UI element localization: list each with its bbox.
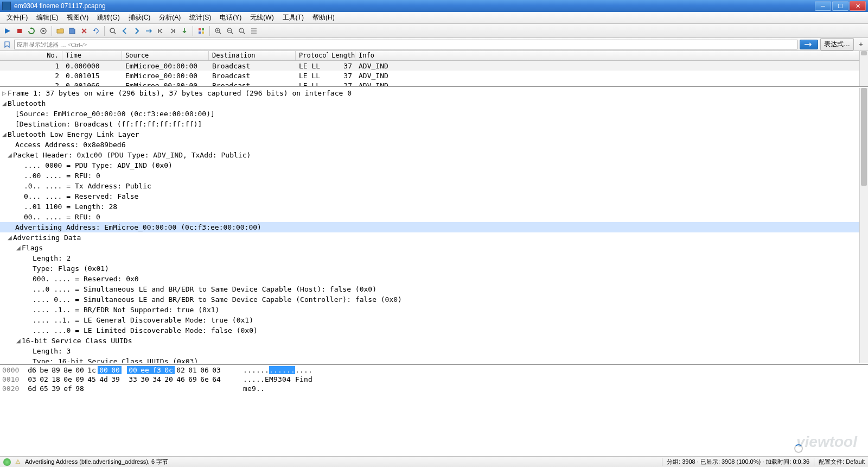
- menu-view[interactable]: 视图(V): [62, 12, 93, 23]
- packet-row[interactable]: 10.000000EmMicroe_00:00:00BroadcastLE LL…: [0, 61, 859, 71]
- collapse-icon[interactable]: ◢: [1, 131, 8, 137]
- go-to-packet-icon[interactable]: [143, 26, 154, 36]
- capture-options-icon[interactable]: [38, 26, 49, 36]
- packet-row[interactable]: 20.001015EmMicroe_00:00:00BroadcastLE LL…: [0, 71, 859, 80]
- tree-flags-length[interactable]: Length: 2: [0, 253, 859, 263]
- minimize-button[interactable]: ─: [815, 1, 831, 11]
- col-length[interactable]: Length: [328, 51, 355, 60]
- tree-uuids-length[interactable]: Length: 3: [0, 346, 859, 356]
- go-first-icon[interactable]: [155, 26, 166, 36]
- tree-access-address[interactable]: Access Address: 0x8e89bed6: [0, 140, 859, 150]
- packet-list-scrollbar[interactable]: [859, 51, 868, 86]
- tree-flags-controller[interactable]: .... 0... = Simultaneous LE and BR/EDR t…: [0, 294, 859, 305]
- save-file-icon[interactable]: [67, 26, 78, 36]
- col-protocol[interactable]: Protocol: [296, 51, 328, 60]
- zoom-in-icon[interactable]: [213, 26, 224, 36]
- col-time[interactable]: Time: [62, 51, 122, 60]
- tree-bt-source[interactable]: [Source: EmMicroe_00:00:00 (0c:f3:ee:00:…: [0, 109, 859, 119]
- menu-capture[interactable]: 捕获(C): [124, 12, 155, 23]
- menu-edit[interactable]: 编辑(E): [32, 12, 62, 23]
- menu-statistics[interactable]: 统计(S): [185, 12, 215, 23]
- close-file-icon[interactable]: [79, 26, 90, 36]
- col-destination[interactable]: Destination: [209, 51, 296, 60]
- col-info[interactable]: Info: [355, 51, 859, 60]
- collapse-icon[interactable]: ◢: [15, 245, 22, 251]
- tree-bluetooth[interactable]: ◢Bluetooth: [0, 98, 859, 109]
- tree-flags[interactable]: ◢Flags: [0, 243, 859, 253]
- hex-row[interactable]: 00206d6539ef98me9..: [2, 384, 866, 394]
- zoom-reset-icon[interactable]: 1: [237, 26, 247, 36]
- toolbar-separator: [193, 26, 193, 36]
- status-profile[interactable]: 配置文件: Default: [819, 458, 865, 466]
- details-scrollbar[interactable]: [859, 88, 868, 363]
- collapse-icon[interactable]: ◢: [7, 235, 13, 241]
- resize-columns-icon[interactable]: [248, 26, 259, 36]
- collapse-icon[interactable]: ◢: [7, 152, 13, 158]
- colorize-icon[interactable]: [196, 26, 207, 36]
- apply-filter-button[interactable]: [800, 40, 818, 49]
- collapse-icon[interactable]: ◢: [15, 338, 22, 344]
- tree-flags-limited[interactable]: .... ...0 = LE Limited Discoverable Mode…: [0, 325, 859, 336]
- reload-icon[interactable]: [91, 26, 101, 36]
- tree-flags-general[interactable]: .... ..1. = LE General Discoverable Mode…: [0, 315, 859, 325]
- hex-row[interactable]: 00100302180e09454d393330342046696e64....…: [2, 375, 866, 384]
- expand-icon[interactable]: ▷: [1, 90, 8, 96]
- col-source[interactable]: Source: [122, 51, 209, 60]
- tree-length[interactable]: ..01 1100 = Length: 28: [0, 201, 859, 212]
- expression-button[interactable]: 表达式…: [820, 38, 854, 51]
- tree-bt-destination[interactable]: [Destination: Broadcast (ff:ff:ff:ff:ff:…: [0, 119, 859, 129]
- window-titlebar: em9304 fineme 071117.pcapng ─ ☐ ✕: [0, 0, 868, 12]
- open-file-icon[interactable]: [55, 26, 66, 36]
- start-capture-icon[interactable]: [2, 26, 13, 36]
- tree-ble-ll[interactable]: ◢Bluetooth Low Energy Link Layer: [0, 129, 859, 140]
- toolbar-separator: [52, 26, 52, 36]
- tree-uuids[interactable]: ◢16-bit Service Class UUIDs: [0, 336, 859, 346]
- tree-packet-header[interactable]: ◢Packet Header: 0x1c00 (PDU Type: ADV_IN…: [0, 150, 859, 160]
- collapse-icon[interactable]: ◢: [1, 100, 8, 106]
- col-no[interactable]: No.: [0, 51, 62, 60]
- svg-text:1: 1: [240, 29, 242, 32]
- tree-tx-address[interactable]: .0.. .... = Tx Address: Public: [0, 181, 859, 191]
- tree-advertising-address[interactable]: Advertising Address: EmMicroe_00:00:00 (…: [0, 222, 859, 232]
- tree-pdu-type[interactable]: .... 0000 = PDU Type: ADV_IND (0x0): [0, 160, 859, 171]
- svg-rect-0: [17, 29, 22, 33]
- svg-rect-7: [199, 31, 201, 34]
- zoom-out-icon[interactable]: [225, 26, 235, 36]
- restart-capture-icon[interactable]: [26, 26, 37, 36]
- display-filter-input[interactable]: [14, 40, 797, 49]
- tree-advertising-data[interactable]: ◢Advertising Data: [0, 232, 859, 243]
- status-field: Advertising Address (btle.advertising_ad…: [25, 458, 168, 466]
- packet-row[interactable]: 30.001066EmMicroe_00:00:00BroadcastLE LL…: [0, 80, 859, 87]
- tree-reserved[interactable]: 0... .... = Reserved: False: [0, 191, 859, 201]
- menu-help[interactable]: 帮助(H): [308, 12, 339, 23]
- maximize-button[interactable]: ☐: [832, 1, 848, 11]
- tree-flags-host[interactable]: ...0 .... = Simultaneous LE and BR/EDR t…: [0, 284, 859, 294]
- menu-file[interactable]: 文件(F): [2, 12, 32, 23]
- menu-wireless[interactable]: 无线(W): [246, 12, 278, 23]
- close-button[interactable]: ✕: [850, 1, 866, 11]
- tree-flags-reserved[interactable]: 000. .... = Reserved: 0x0: [0, 274, 859, 284]
- go-back-icon[interactable]: [119, 26, 130, 36]
- tree-rfu2[interactable]: 00.. .... = RFU: 0: [0, 212, 859, 222]
- auto-scroll-icon[interactable]: [179, 26, 190, 36]
- go-last-icon[interactable]: [167, 26, 178, 36]
- stop-capture-icon[interactable]: [14, 26, 25, 36]
- svg-line-4: [114, 32, 116, 34]
- packet-bytes-pane[interactable]: 0000d6be898e001c000000eef30c02010603....…: [0, 365, 868, 403]
- toolbar: 1: [0, 24, 868, 38]
- tree-frame[interactable]: ▷Frame 1: 37 bytes on wire (296 bits), 3…: [0, 88, 859, 98]
- menu-analyze[interactable]: 分析(A): [155, 12, 185, 23]
- bookmark-filter-icon[interactable]: [2, 40, 12, 49]
- add-filter-button[interactable]: +: [856, 40, 866, 49]
- menu-go[interactable]: 跳转(G): [93, 12, 124, 23]
- find-packet-icon[interactable]: [107, 26, 118, 36]
- tree-flags-type[interactable]: Type: Flags (0x01): [0, 263, 859, 274]
- go-forward-icon[interactable]: [131, 26, 142, 36]
- menu-telephony[interactable]: 电话(Y): [215, 12, 246, 23]
- tree-flags-bredr[interactable]: .... .1.. = BR/EDR Not Supported: true (…: [0, 305, 859, 315]
- hex-row[interactable]: 0000d6be898e001c000000eef30c02010603....…: [2, 366, 866, 375]
- tree-uuids-type[interactable]: Type: 16-bit Service Class UUIDs (0x03): [0, 356, 859, 363]
- menu-tools[interactable]: 工具(T): [278, 12, 308, 23]
- expert-info-icon[interactable]: ⚠: [15, 458, 21, 465]
- tree-rfu1[interactable]: ..00 .... = RFU: 0: [0, 171, 859, 181]
